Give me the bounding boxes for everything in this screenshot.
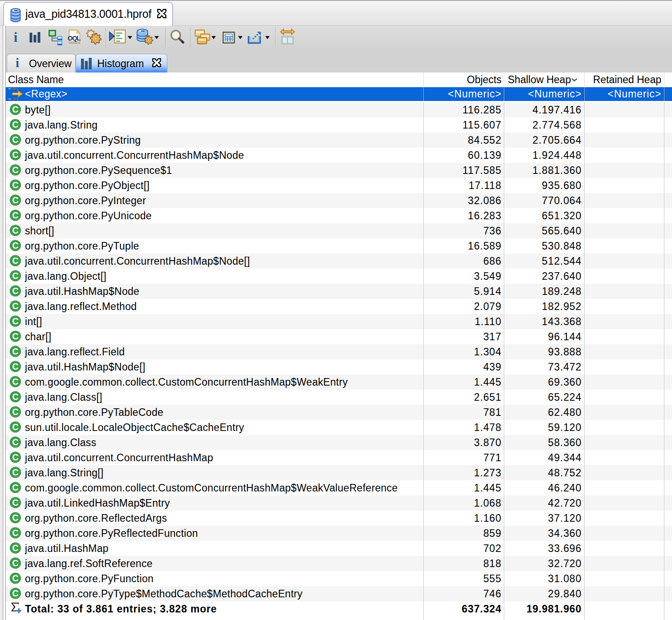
svg-text:OQL: OQL	[68, 35, 81, 42]
svg-text:C: C	[12, 392, 18, 402]
svg-text:C: C	[12, 105, 18, 114]
svg-text:i: i	[14, 31, 18, 43]
svg-text:C: C	[12, 467, 18, 477]
svg-text:C: C	[12, 331, 18, 341]
svg-text:C: C	[12, 150, 18, 160]
svg-text:C: C	[12, 528, 18, 538]
svg-text:C: C	[12, 573, 18, 583]
svg-text:C: C	[12, 452, 18, 462]
svg-text:C: C	[12, 180, 18, 190]
svg-text:C: C	[12, 256, 18, 266]
svg-text:C: C	[12, 210, 18, 220]
svg-text:C: C	[12, 135, 18, 145]
svg-text:C: C	[12, 558, 18, 568]
svg-text:C: C	[12, 483, 18, 492]
svg-text:C: C	[12, 346, 18, 356]
svg-text:C: C	[12, 377, 18, 386]
svg-text:C: C	[12, 362, 18, 371]
svg-text:C: C	[12, 407, 18, 417]
svg-text:C: C	[12, 498, 18, 507]
svg-text:C: C	[12, 543, 18, 553]
svg-text:i: i	[16, 57, 19, 68]
svg-text:C: C	[12, 588, 18, 598]
svg-text:C: C	[12, 241, 18, 250]
svg-text:C: C	[12, 120, 18, 129]
svg-text:C: C	[12, 225, 18, 235]
svg-text:C: C	[12, 165, 18, 175]
svg-text:C: C	[12, 422, 18, 432]
svg-text:C: C	[12, 286, 18, 296]
svg-text:C: C	[12, 316, 18, 326]
svg-text:C: C	[12, 437, 18, 447]
svg-text:C: C	[12, 513, 18, 523]
svg-text:C: C	[12, 271, 18, 281]
svg-text:C: C	[12, 301, 18, 311]
svg-text:C: C	[12, 195, 18, 205]
